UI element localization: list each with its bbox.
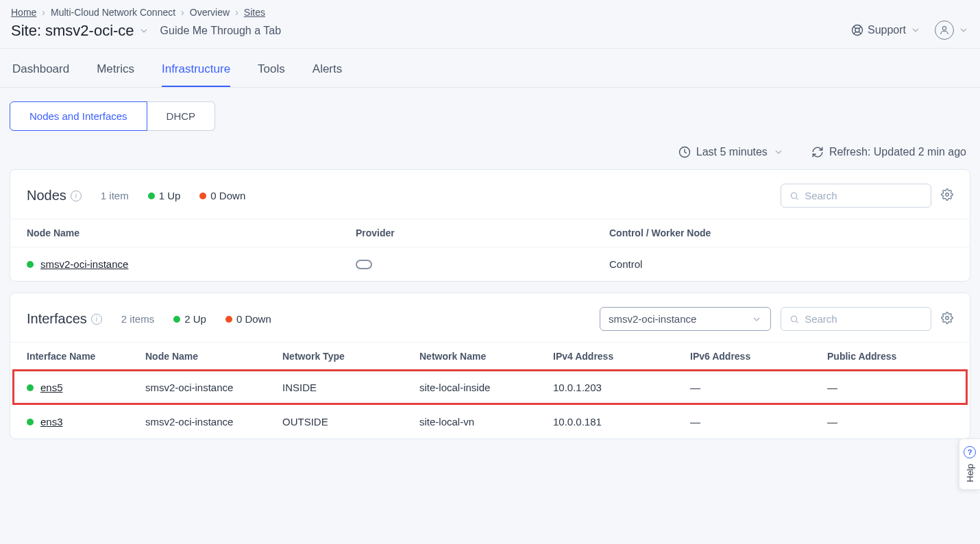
node-name-link[interactable]: smsv2-oci-instance [40, 258, 128, 270]
svg-point-1 [855, 28, 859, 32]
chevron-down-icon [958, 25, 969, 36]
svg-point-11 [791, 316, 796, 321]
header-left: Home › Multi-Cloud Network Connect › Ove… [11, 7, 281, 40]
help-icon: ? [964, 446, 976, 458]
interfaces-card-header: Interfaces i 2 items 2 Up 0 Down smsv2-o… [10, 293, 970, 342]
breadcrumb-overview[interactable]: Overview [190, 7, 230, 18]
nodes-title: Nodes i [27, 188, 82, 203]
interface-netname-cell: site-local-vn [419, 416, 553, 428]
gear-icon [941, 312, 953, 324]
tab-metrics[interactable]: Metrics [97, 62, 134, 87]
col-node-name: Node Name [27, 227, 356, 238]
status-dot-green [27, 261, 34, 268]
chevron-down-icon [138, 25, 149, 36]
interfaces-count: 2 items [121, 313, 154, 325]
interface-name-link[interactable]: ens3 [40, 416, 63, 428]
tab-dashboard[interactable]: Dashboard [12, 62, 69, 87]
provider-icon [356, 260, 372, 269]
interface-row: ens3 smsv2-oci-instance OUTSIDE site-loc… [10, 404, 970, 438]
interface-name-cell: ens5 [27, 382, 145, 393]
svg-point-8 [791, 193, 796, 198]
help-tab[interactable]: ? Help [959, 438, 980, 490]
info-icon[interactable]: i [71, 190, 82, 201]
svg-point-13 [946, 316, 949, 319]
status-dot-green [27, 419, 34, 425]
page-header: Home › Multi-Cloud Network Connect › Ove… [0, 0, 980, 49]
col-network-type: Network Type [282, 351, 419, 362]
interface-name-cell: ens3 [27, 416, 145, 428]
col-ipv6: IPv6 Address [690, 351, 827, 362]
lifebuoy-icon [851, 24, 863, 36]
user-menu[interactable] [935, 21, 969, 40]
nodes-search-input[interactable] [805, 190, 922, 201]
main-tabs: Dashboard Metrics Infrastructure Tools A… [0, 49, 980, 88]
tab-tools[interactable]: Tools [258, 62, 285, 87]
interfaces-up-label: 2 Up [184, 313, 206, 325]
svg-line-5 [854, 32, 856, 34]
interfaces-table: Interface Name Node Name Network Type Ne… [10, 342, 970, 438]
time-range-selector[interactable]: Last 5 minutes [678, 146, 784, 158]
interfaces-table-header: Interface Name Node Name Network Type Ne… [10, 342, 970, 370]
nodes-table: Node Name Provider Control / Worker Node… [10, 219, 970, 281]
info-icon[interactable]: i [91, 314, 102, 325]
clock-icon [678, 146, 691, 158]
interfaces-search-box[interactable] [781, 307, 931, 331]
col-ipv4: IPv4 Address [553, 351, 690, 362]
svg-point-10 [946, 193, 949, 196]
selected-node: smsv2-oci-instance [609, 313, 696, 325]
node-role-cell: Control [609, 258, 953, 270]
subtab-nodes-interfaces[interactable]: Nodes and Interfaces [10, 101, 147, 131]
interface-ipv6-cell: — [690, 416, 827, 428]
interfaces-down-status: 0 Down [225, 313, 271, 325]
status-dot-green [173, 316, 180, 323]
svg-line-9 [796, 197, 798, 199]
svg-point-6 [942, 27, 946, 30]
breadcrumb-sites[interactable]: Sites [244, 7, 265, 18]
title-row: Site: smsv2-oci-ce Guide Me Through a Ta… [11, 22, 281, 40]
page-title[interactable]: Site: smsv2-oci-ce [11, 22, 149, 40]
svg-line-4 [859, 27, 861, 29]
nodes-search-box[interactable] [781, 184, 931, 208]
svg-line-3 [859, 32, 861, 34]
nodes-down-status: 0 Down [199, 190, 245, 201]
tab-alerts[interactable]: Alerts [313, 62, 342, 87]
tab-infrastructure[interactable]: Infrastructure [162, 62, 230, 87]
chevron-down-icon [751, 314, 762, 325]
status-dot-red [199, 193, 206, 199]
interface-node-select[interactable]: smsv2-oci-instance [600, 307, 771, 331]
refresh-button[interactable]: Refresh: Updated 2 min ago [811, 146, 966, 158]
chevron-right-icon: › [42, 7, 45, 18]
interfaces-header-left: Interfaces i 2 items 2 Up 0 Down [27, 311, 271, 327]
col-network-name: Network Name [419, 351, 553, 362]
header-right: Support [851, 21, 969, 40]
svg-line-12 [796, 321, 798, 323]
interface-node-cell: smsv2-oci-instance [145, 416, 282, 428]
search-icon [789, 314, 799, 325]
chevron-right-icon: › [235, 7, 238, 18]
search-icon [789, 190, 799, 201]
col-interface-name: Interface Name [27, 351, 145, 362]
time-toolbar: Last 5 minutes Refresh: Updated 2 min ag… [0, 131, 980, 169]
interface-row: ens5 smsv2-oci-instance INSIDE site-loca… [13, 370, 967, 404]
subtab-dhcp[interactable]: DHCP [147, 101, 216, 131]
nodes-up-status: 1 Up [148, 190, 181, 201]
nodes-count: 1 item [101, 190, 129, 201]
time-range-label: Last 5 minutes [696, 146, 768, 158]
node-row: smsv2-oci-instance Control [10, 247, 970, 281]
help-label: Help [965, 464, 975, 482]
refresh-label: Refresh: Updated 2 min ago [829, 146, 966, 158]
breadcrumb-mcn[interactable]: Multi-Cloud Network Connect [51, 7, 175, 18]
interfaces-settings-button[interactable] [941, 312, 953, 327]
interfaces-title-text: Interfaces [27, 311, 87, 327]
nodes-table-header: Node Name Provider Control / Worker Node [10, 219, 970, 247]
nodes-settings-button[interactable] [941, 188, 953, 203]
interface-netname-cell: site-local-inside [419, 382, 553, 393]
support-button[interactable]: Support [851, 24, 921, 36]
interface-name-link[interactable]: ens5 [40, 382, 63, 393]
chevron-right-icon: › [181, 7, 184, 18]
guide-link[interactable]: Guide Me Through a Tab [160, 25, 281, 37]
interfaces-search-input[interactable] [805, 313, 922, 325]
interface-ipv6-cell: — [690, 382, 827, 393]
avatar [935, 21, 954, 40]
breadcrumb-home[interactable]: Home [11, 7, 36, 18]
